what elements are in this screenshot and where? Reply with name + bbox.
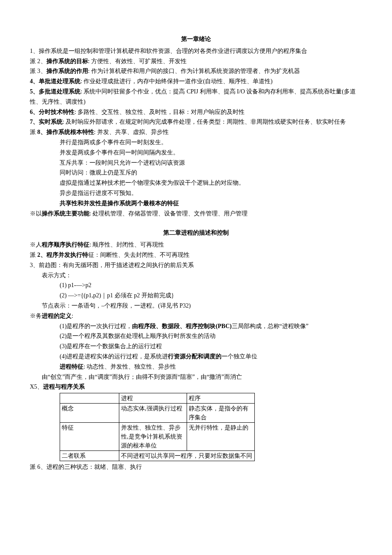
ch1-item-4: 4、单批道处理系统: 作业处理成批进行，内存中始终保持一道作业(自动性、顺序性、… <box>30 76 362 87</box>
prefix: 派 3、 <box>30 68 46 74</box>
ch2-item-3c: (2) —>={(p1,p2)｜p1 必须在 p2 开始前完成} <box>30 291 362 301</box>
prefix: ※务 <box>30 313 42 319</box>
text: : <box>72 313 73 319</box>
table-row: 二者联系 不同进程可以共享同一程序，只要对应数据集不同 <box>60 451 255 461</box>
num: 2、 <box>37 252 46 258</box>
prefix: 6、 <box>30 109 39 115</box>
text: : 动态性、并发性、独立性、异步性 <box>84 363 176 370</box>
text: : 方便性、有效性、可扩展性、开发性 <box>88 58 187 64</box>
ch1-item-8g: 共享性和并发性是操作系统两个最根本的特征 <box>30 198 362 209</box>
text: : 作为计算机硬件和用户间的接口、作为计算机系统资源的管理者、作为扩充机器 <box>88 68 300 74</box>
table-cell: 概念 <box>60 404 119 423</box>
label: 操作系统根本特性 <box>46 129 94 135</box>
ch2-item-4b: (2)是一个程序及其数据在处理机上顺序执行时所发生的活动 <box>30 331 362 341</box>
prefix: 7、 <box>30 119 39 125</box>
ch2-item-4e: 进程特征: 动态性、并发性、独立性、异步性 <box>30 362 362 372</box>
prefix: ※人 <box>30 241 42 248</box>
rest: 一个独立单位 <box>222 353 257 360</box>
ch1-item-8b: 并发是两或多个事件在同一时间间隔内发生。 <box>30 148 362 158</box>
text: 征：间断性、失去封闭性、不可再现性 <box>88 252 190 258</box>
label: 程序并发执行特 <box>46 252 88 258</box>
ch1-item-8c: 互斥共享：一段时间只允许一个进程访问该资源 <box>30 158 362 168</box>
process-program-table: 进程 程序 概念 动态实体,强调执行过程 静态实体，是指令的有序集合 特征 并发… <box>60 393 255 461</box>
ch1-item-8: 派 8、操作系统根本特性: 并发、共享、虚拟、异步性 <box>30 127 362 137</box>
ch2-item-2: 派 2、程序并发执行特征：间断性、失去封闭性、不可再现性 <box>30 250 362 260</box>
table-row: 进程 程序 <box>60 393 255 404</box>
label: 多批道处理系统 <box>39 88 81 95</box>
ch2-item-5: X5、进程与程序关系 <box>30 382 362 392</box>
ch1-item-6: 6、分时技术特性: 多路性、交互性、独立性、及时性，目标：对用户响应的及时性 <box>30 107 362 117</box>
table-cell: 进程 <box>119 393 187 404</box>
prefix: 派 2、 <box>30 58 46 64</box>
label: 程序顺序执行特征 <box>42 241 89 248</box>
label: 操作系统的目标 <box>46 58 88 64</box>
label: 单批道处理系统 <box>39 78 81 84</box>
ch1-item-9: ※以操作系统主要功能: 处理机管理、存储器管理、设备管理、文件管理、用户管理 <box>30 209 362 219</box>
ch2-item-3a: 表示方式： <box>30 270 362 281</box>
table-cell: 特征 <box>60 423 119 451</box>
text: : 并发、共享、虚拟、异步性 <box>94 129 169 135</box>
label: 实时系统 <box>39 119 63 125</box>
ch1-item-7: 7、实时系统: 及时响应外部请求，在规定时间内完成事件处理，任务类型：周期性、非… <box>30 117 362 127</box>
text: : 作业处理成批进行，内存中始终保持一道作业(自动性、顺序性、单道性) <box>81 78 273 84</box>
ch2-item-4f: 由“创立”而产生，由“调度”而执行；由得不到资源而“阻塞”，由“撤消”而消亡 <box>30 372 362 382</box>
ch1-item-8e: 虚拟是指通过某种技术把一个物理实体变为假设干个逻辑上的对应物。 <box>30 178 362 188</box>
table-cell: 程序 <box>187 393 255 404</box>
table-cell: 动态实体,强调执行过程 <box>119 404 187 423</box>
bold: 行资源分配和调度的 <box>168 353 222 360</box>
ch2-item-4a: (1)是程序的一次执行过程，由程序段、数据段、程序控制块(PBC)三局部构成，总… <box>30 321 362 331</box>
prefix: 4、 <box>30 78 39 84</box>
table-cell: 不同进程可以共享同一程序，只要对应数据集不同 <box>119 451 255 461</box>
prefix: ※以 <box>30 210 42 217</box>
table-cell: 二者联系 <box>60 451 119 461</box>
pre: (1)是程序的一次执行过程， <box>60 323 132 329</box>
ch2-item-1: ※人程序顺序执行特征: 顺序性、封闭性、可再现性 <box>30 240 362 250</box>
prefix: 派 <box>30 129 37 135</box>
table-cell: 并发性、独立性、异步性,是竞争计算机系统资源的根本单位 <box>119 423 187 451</box>
chapter-1-title: 第一章绪论 <box>30 34 362 44</box>
prefix: 5、 <box>30 88 39 95</box>
num: 8、 <box>37 129 46 135</box>
table-cell: 静态实体，是指令的有序集合 <box>187 404 255 423</box>
ch1-item-1: 1、操作系统是一组控制和管理计算机硬件和软件资源、合理的对各类作业进行调度以方便… <box>30 46 362 56</box>
text: : 顺序性、封闭性、可再现性 <box>89 241 164 248</box>
ch2-item-4c: (3)是程序在一个数据集合上的运行过程 <box>30 341 362 352</box>
ch1-item-5: 5、多批道处理系统: 系统中同时驻留多个作业，优点：提高 CPIJ 利用率、提高… <box>30 87 362 107</box>
label: 进程的定义 <box>42 313 72 319</box>
ch2-item-3b: (1) p1-—>p2 <box>30 280 362 291</box>
ch1-item-2: 派 2、操作系统的目标: 方便性、有效性、可扩展性、开发性 <box>30 56 362 67</box>
label: 分时技术特性 <box>39 109 75 115</box>
label: 操作系统的作用 <box>46 68 88 74</box>
ch1-item-8d: 同时访问：微观上仍是互斥的 <box>30 168 362 178</box>
rest: 三局部构成，总称“进程映像” <box>232 323 308 329</box>
ch2-item-6: 派 6、进程的三种状态：就绪、阻塞、执行 <box>30 462 362 472</box>
ch1-item-3: 派 3、操作系统的作用: 作为计算机硬件和用户间的接口、作为计算机系统资源的管理… <box>30 66 362 76</box>
ch2-item-4: ※务进程的定义: <box>30 311 362 321</box>
bold: 由程序段、数据段、程序控制块(PBC) <box>132 323 231 329</box>
chapter-2-title: 第二章进程的描述和控制 <box>30 228 362 238</box>
table-row: 特征 并发性、独立性、异步性,是竞争计算机系统资源的根本单位 无并行特性，是静止… <box>60 423 255 451</box>
ch2-item-3: 3、前趋图：有向无循环图，用于描述进程之间执行的前后关系 <box>30 260 362 270</box>
text: : 多路性、交互性、独立性、及时性，目标：对用户响应的及时性 <box>75 109 245 115</box>
table-row: 概念 动态实体,强调执行过程 静态实体，是指令的有序集合 <box>60 404 255 423</box>
label: 进程特征 <box>60 363 84 370</box>
pre: (4)进程是进程实体的运行过程，是系统进 <box>60 353 168 360</box>
label: 操作系统主要功能 <box>42 210 89 217</box>
table-cell <box>60 393 119 404</box>
ch2-item-3d: 节点表示：一条语句，–个程序段，一进程。(详见书 P32) <box>30 301 362 311</box>
prefix: 派 <box>30 252 37 258</box>
text: : 及时响应外部请求，在规定时间内完成事件处理，任务类型：周期性、非周期性或硬实… <box>63 119 346 125</box>
ch1-item-8f: 异步是指运行进度不可预知。 <box>30 188 362 198</box>
label: 进程与程序关系 <box>43 384 85 390</box>
table-cell: 无并行特性，是静止的 <box>187 423 255 451</box>
prefix: X5、 <box>30 384 43 390</box>
text: : 处理机管理、存储器管理、设备管理、文件管理、用户管理 <box>89 210 248 217</box>
ch1-item-8a: 并行是指两或多个事件在同一时刻发生。 <box>30 137 362 148</box>
ch2-item-4d: (4)进程是进程实体的运行过程，是系统进行资源分配和调度的一个独立单位 <box>30 352 362 362</box>
